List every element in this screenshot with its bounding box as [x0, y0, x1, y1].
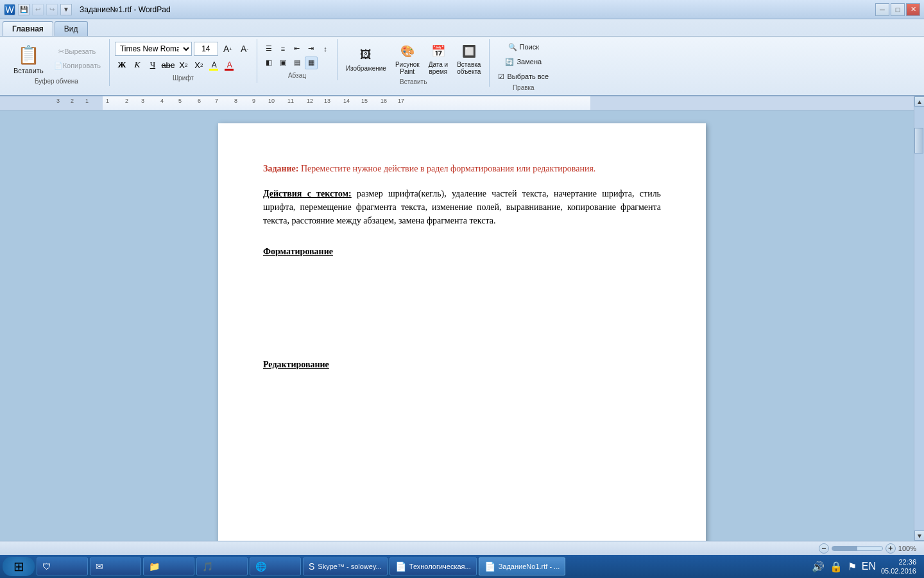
tray-icon-3: ⚑ — [848, 561, 857, 573]
font-grow-btn[interactable]: A+ — [220, 42, 235, 55]
tab-home[interactable]: Главная — [3, 21, 53, 36]
superscript-button[interactable]: X2 — [192, 58, 206, 72]
italic-button[interactable]: К — [130, 58, 144, 72]
bold-button[interactable]: Ж — [115, 58, 129, 72]
taskbar-files[interactable]: 📁 — [143, 557, 194, 575]
redo-btn[interactable]: ↪ — [46, 4, 58, 15]
wordpad-icon: W — [4, 4, 15, 15]
taskbar-right: 🔊 🔒 ⚑ EN 22:36 05.02.2016 — [812, 557, 921, 576]
skype-label: Skype™ - solowey... — [318, 563, 381, 570]
titlebar-left: W 💾 ↩ ↪ ▼ Задание№1.rtf - WordPad — [4, 4, 171, 15]
copy-button[interactable]: 📄 Копировать — [51, 59, 104, 72]
indent-decrease-btn[interactable]: ⇤ — [291, 42, 304, 55]
maximize-btn[interactable]: □ — [891, 3, 905, 16]
font-color-btn[interactable]: A — [223, 58, 237, 72]
titlebar: W 💾 ↩ ↪ ▼ Задание№1.rtf - WordPad ─ □ ✕ — [0, 0, 924, 19]
ribbon: Главная Вид 📋 Вставить ✂ Вырезать — [0, 19, 924, 96]
taskbar-chrome[interactable]: 🌐 — [250, 557, 301, 575]
files-icon: 📁 — [149, 561, 160, 572]
clipboard-label: Буфер обмена — [35, 78, 78, 85]
scroll-up-btn[interactable]: ▲ — [914, 96, 924, 107]
titlebar-controls: ─ □ ✕ — [875, 3, 920, 16]
scroll-down-btn[interactable]: ▼ — [914, 530, 924, 541]
save-quick-btn[interactable]: 💾 — [18, 4, 30, 15]
font-group-label: Шрифт — [173, 74, 194, 82]
insert-paint-btn[interactable]: 🎨 Рисунок Paint — [392, 40, 423, 77]
zadanie-icon: 📄 — [484, 561, 495, 572]
clock-date: 05.02.2016 — [881, 566, 916, 575]
taskbar-email[interactable]: ✉ — [90, 557, 141, 575]
clipboard-group: 📋 Вставить ✂ Вырезать 📄 Копировать Буфер… — [4, 39, 110, 86]
skype-icon: S — [309, 561, 314, 572]
editing-items: 🔍 Поиск 🔄 Замена ☑ Выбрать все — [495, 40, 552, 83]
editing-group: 🔍 Поиск 🔄 Замена ☑ Выбрать все Правка — [490, 39, 557, 92]
formatting-title: Форматирование — [263, 247, 661, 257]
font-group: Times New Roman A+ A- Ж К Ч abc X2 X2 A — [110, 39, 257, 83]
actions-label: Действия с текстом: — [263, 189, 352, 198]
paste-label: Вставить — [13, 67, 44, 74]
cut-button[interactable]: ✂ Вырезать — [51, 45, 104, 58]
scroll-thumb[interactable] — [914, 128, 923, 153]
insert-object-btn[interactable]: 🔲 Вставка объекта — [454, 40, 484, 77]
window-title: Задание№1.rtf - WordPad — [80, 5, 171, 14]
paste-button[interactable]: 📋 Вставить — [9, 40, 48, 76]
editing-section: Редактирование — [263, 360, 661, 370]
select-all-btn[interactable]: ☑ Выбрать все — [495, 70, 552, 83]
taskbar-tech[interactable]: 📄 Технологическая... — [389, 557, 477, 575]
ruler: 3 2 1 1 2 3 4 5 6 7 8 9 10 11 12 13 14 1… — [0, 96, 924, 110]
replace-btn[interactable]: 🔄 Замена — [495, 55, 552, 68]
align-center-btn[interactable]: ▣ — [277, 57, 289, 69]
datetime-icon: 📅 — [429, 42, 447, 60]
insert-datetime-btn[interactable]: 📅 Дата и время — [425, 40, 452, 77]
highlight-btn[interactable]: A — [207, 58, 221, 72]
find-btn[interactable]: 🔍 Поиск — [495, 40, 552, 53]
zoom-in-btn[interactable]: + — [886, 543, 896, 554]
insert-items: 🖼 Изображение 🎨 Рисунок Paint 📅 Дата и в… — [343, 40, 484, 77]
linespacing-btn[interactable]: ↕ — [319, 42, 332, 55]
scroll-track[interactable] — [914, 107, 924, 530]
undo-btn[interactable]: ↩ — [32, 4, 44, 15]
align-justify-btn[interactable]: ▦ — [305, 57, 318, 69]
subscript-button[interactable]: X2 — [176, 58, 191, 72]
font-shrink-btn[interactable]: A- — [237, 42, 252, 55]
insert-label: Вставить — [400, 78, 427, 85]
page-area[interactable]: Задание: Переместите нужное действие в р… — [0, 110, 924, 555]
indent-increase-btn[interactable]: ⇥ — [305, 42, 318, 55]
formatting-section: Форматирование — [263, 247, 661, 257]
assignment-paragraph: Задание: Переместите нужное действие в р… — [263, 162, 661, 175]
paint-icon: 🎨 — [398, 42, 416, 60]
taskbar-zadanie[interactable]: 📄 ЗаданиеNo1.rtf - ... — [479, 557, 566, 575]
assignment-text: Переместите нужное действие в радел форм… — [298, 164, 595, 173]
insert-image-btn[interactable]: 🖼 Изображение — [343, 44, 389, 74]
start-button[interactable]: ⊞ — [3, 557, 35, 576]
document-page: Задание: Переместите нужное действие в р… — [218, 123, 706, 555]
underline-button[interactable]: Ч — [146, 58, 160, 72]
font-name-row: Times New Roman A+ A- — [115, 42, 252, 56]
ribbon-tabs: Главная Вид — [0, 19, 924, 36]
taskbar-media[interactable]: 🎵 — [196, 557, 248, 575]
tech-label: Технологическая... — [409, 563, 471, 570]
chrome-icon: 🌐 — [255, 561, 266, 572]
close-btn[interactable]: ✕ — [906, 3, 920, 16]
ribbon-content: 📋 Вставить ✂ Вырезать 📄 Копировать Буфер… — [0, 36, 924, 95]
quick-access-dropdown[interactable]: ▼ — [60, 4, 72, 15]
editing-title: Редактирование — [263, 360, 661, 370]
font-size-input[interactable] — [194, 42, 218, 56]
taskbar: ⊞ 🛡 ✉ 📁 🎵 🌐 S Skype™ - solowey... 📄 Техн… — [0, 555, 924, 578]
lang-indicator[interactable]: EN — [862, 561, 876, 572]
numbering-btn[interactable]: ≡ — [277, 42, 289, 55]
taskbar-avast[interactable]: 🛡 — [37, 557, 88, 575]
align-right-btn[interactable]: ▤ — [291, 57, 304, 69]
paragraph-items: ☰ ≡ ⇤ ⇥ ↕ ◧ ▣ ▤ ▦ — [262, 40, 332, 71]
zoom-out-btn[interactable]: − — [819, 543, 829, 554]
vertical-scrollbar[interactable]: ▲ ▼ — [914, 96, 924, 541]
taskbar-skype[interactable]: S Skype™ - solowey... — [303, 557, 388, 575]
zoom-slider[interactable] — [832, 546, 883, 551]
editing-label: Правка — [513, 84, 535, 91]
strikethrough-button[interactable]: abc — [161, 58, 175, 72]
font-family-select[interactable]: Times New Roman — [115, 42, 192, 56]
tab-view[interactable]: Вид — [55, 21, 88, 36]
bullets-btn[interactable]: ☰ — [262, 42, 275, 55]
minimize-btn[interactable]: ─ — [875, 3, 889, 16]
align-left-btn[interactable]: ◧ — [262, 57, 275, 69]
